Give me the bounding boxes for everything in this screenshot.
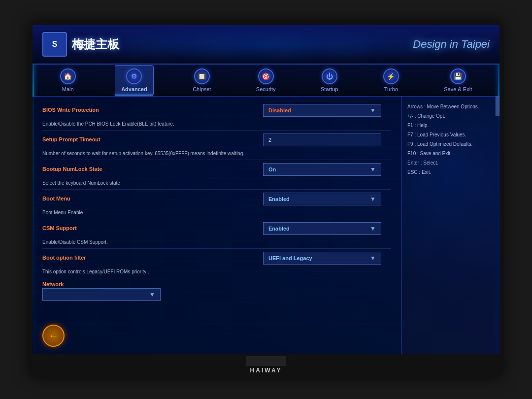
label-col-bios-write: BIOS Write Protection bbox=[42, 107, 263, 114]
bootup-numlock-label: Bootup NumLock State bbox=[42, 166, 263, 172]
setting-bios-write-protection: BIOS Write Protection Disabled ▼ Enable/… bbox=[42, 104, 391, 127]
divider-6 bbox=[42, 278, 391, 278]
boot-option-filter-desc: This option controls Legacy/UEFI ROMs pr… bbox=[42, 268, 391, 275]
boot-menu-arrow: ▼ bbox=[370, 196, 376, 202]
tab-advanced-icon: ⚙ bbox=[126, 68, 142, 84]
control-row-csm: CSM Support Enabled ▼ bbox=[42, 222, 391, 235]
network-arrow: ▼ bbox=[149, 291, 155, 298]
value-col-setup-prompt: 2 bbox=[263, 133, 391, 146]
tab-turbo-label: Turbo bbox=[384, 86, 398, 92]
setting-network: Network ▼ bbox=[42, 281, 391, 301]
csm-support-dropdown[interactable]: Enabled ▼ bbox=[263, 222, 381, 235]
bios-header: S 梅捷主板 Design in Taipei bbox=[33, 25, 499, 65]
bios-write-protection-arrow: ▼ bbox=[370, 107, 376, 114]
csm-support-label: CSM Support bbox=[42, 225, 263, 231]
setup-prompt-timeout-label: Setup Prompt Timeout bbox=[42, 136, 263, 142]
scrollbar-thumb[interactable] bbox=[496, 97, 499, 116]
setting-bootup-numlock: Bootup NumLock State On ▼ Select the key… bbox=[42, 163, 391, 186]
value-col-csm: Enabled ▼ bbox=[263, 222, 391, 235]
setting-csm-support: CSM Support Enabled ▼ Enable/Disable CSM… bbox=[42, 222, 391, 245]
tab-chipset[interactable]: 🔲 Chipset bbox=[187, 66, 217, 95]
bootup-numlock-dropdown[interactable]: On ▼ bbox=[263, 163, 381, 176]
bootup-numlock-value: On bbox=[268, 166, 276, 172]
brand-name: 梅捷主板 bbox=[72, 36, 119, 52]
value-col-boot-menu: Enabled ▼ bbox=[263, 193, 391, 205]
tab-security-icon: 🎯 bbox=[258, 68, 274, 84]
setting-boot-option-filter: Boot option filter UEFI and Legacy ▼ Thi… bbox=[42, 252, 391, 275]
bios-write-protection-dropdown[interactable]: Disabled ▼ bbox=[263, 104, 381, 117]
setup-prompt-timeout-desc: Number of seconds to wait for setup acti… bbox=[42, 150, 391, 157]
control-row-setup-prompt: Setup Prompt Timeout 2 bbox=[42, 133, 391, 146]
csm-support-value: Enabled bbox=[268, 226, 290, 232]
label-col-numlock: Bootup NumLock State bbox=[42, 166, 263, 173]
tab-security[interactable]: 🎯 Security bbox=[250, 66, 282, 95]
bios-screen: S 梅捷主板 Design in Taipei 🏠 Main ⚙ Advance… bbox=[33, 25, 499, 354]
tab-main-label: Main bbox=[62, 86, 74, 92]
settings-panel: BIOS Write Protection Disabled ▼ Enable/… bbox=[33, 97, 401, 354]
control-row-numlock: Bootup NumLock State On ▼ bbox=[42, 163, 391, 176]
csm-support-desc: Enable/Disable CSM Support. bbox=[42, 239, 391, 245]
boot-option-filter-dropdown[interactable]: UEFI and Legacy ▼ bbox=[263, 252, 381, 265]
monitor-brand-label: HAIWAY bbox=[250, 367, 282, 374]
setup-prompt-timeout-value: 2 bbox=[268, 137, 271, 143]
bios-write-protection-desc: Enable/Disable the PCH BIOS Lock Enable(… bbox=[42, 121, 391, 127]
control-row-bios-write: BIOS Write Protection Disabled ▼ bbox=[42, 104, 391, 117]
boot-menu-value: Enabled bbox=[268, 196, 290, 202]
label-col-csm: CSM Support bbox=[42, 225, 263, 232]
divider-4 bbox=[42, 219, 391, 219]
value-col-bios-write: Disabled ▼ bbox=[263, 104, 391, 117]
boot-menu-dropdown[interactable]: Enabled ▼ bbox=[263, 193, 381, 205]
boot-option-filter-label: Boot option filter bbox=[42, 255, 263, 261]
monitor: S 梅捷主板 Design in Taipei 🏠 Main ⚙ Advance… bbox=[30, 22, 502, 377]
csm-support-arrow: ▼ bbox=[370, 225, 376, 232]
tab-security-label: Security bbox=[256, 86, 276, 92]
divider-2 bbox=[42, 160, 391, 160]
bios-write-protection-value: Disabled bbox=[268, 107, 291, 113]
tab-chipset-icon: 🔲 bbox=[194, 68, 210, 84]
info-line-change: +/- : Change Opt. bbox=[407, 112, 494, 121]
info-line-arrows: Arrows : Move Between Options. bbox=[407, 102, 494, 111]
boot-option-filter-value: UEFI and Legacy bbox=[268, 255, 312, 261]
back-icon: ← bbox=[49, 330, 59, 341]
label-col-boot-filter: Boot option filter bbox=[42, 255, 263, 262]
info-line-esc: ESC : Exit. bbox=[407, 168, 494, 177]
info-line-f10: F10 : Save and Exit. bbox=[407, 149, 494, 158]
tab-main-icon: 🏠 bbox=[60, 68, 76, 84]
tab-startup-icon: ⏻ bbox=[322, 68, 337, 84]
setup-prompt-timeout-input[interactable]: 2 bbox=[263, 133, 381, 146]
setting-boot-menu: Boot Menu Enabled ▼ Boot Menu Enable bbox=[42, 193, 391, 216]
info-line-f9: F9 : Load Optimized Defaults. bbox=[407, 140, 494, 149]
value-col-numlock: On ▼ bbox=[263, 163, 391, 176]
network-dropdown[interactable]: ▼ bbox=[42, 288, 161, 301]
tab-advanced-label: Advanced bbox=[121, 86, 147, 92]
tab-save-exit[interactable]: 💾 Save & Exit bbox=[438, 66, 478, 95]
tab-startup[interactable]: ⏻ Startup bbox=[315, 66, 344, 95]
divider-1 bbox=[42, 130, 391, 131]
bootup-numlock-arrow: ▼ bbox=[370, 166, 376, 173]
tab-turbo[interactable]: ⚡ Turbo bbox=[377, 66, 405, 95]
bios-content: BIOS Write Protection Disabled ▼ Enable/… bbox=[33, 97, 499, 354]
boot-menu-desc: Boot Menu Enable bbox=[42, 209, 391, 216]
label-col-setup-prompt: Setup Prompt Timeout bbox=[42, 136, 263, 143]
value-col-boot-filter: UEFI and Legacy ▼ bbox=[263, 252, 391, 265]
tab-startup-label: Startup bbox=[321, 86, 338, 92]
control-row-boot-menu: Boot Menu Enabled ▼ bbox=[42, 193, 391, 205]
tab-advanced[interactable]: ⚙ Advanced bbox=[115, 65, 154, 96]
boot-option-filter-arrow: ▼ bbox=[370, 255, 376, 262]
label-col-boot-menu: Boot Menu bbox=[42, 196, 263, 202]
info-text-block: Arrows : Move Between Options. +/- : Cha… bbox=[407, 102, 494, 177]
control-row-boot-filter: Boot option filter UEFI and Legacy ▼ bbox=[42, 252, 391, 265]
info-line-f1: F1 : Help. bbox=[407, 121, 494, 130]
back-button[interactable]: ← bbox=[42, 325, 65, 347]
divider-5 bbox=[42, 248, 391, 249]
monitor-base bbox=[246, 356, 286, 366]
network-label: Network bbox=[42, 281, 391, 287]
soyo-logo-icon: S bbox=[42, 32, 67, 57]
bios-write-protection-label: BIOS Write Protection bbox=[42, 107, 263, 113]
monitor-screen: S 梅捷主板 Design in Taipei 🏠 Main ⚙ Advance… bbox=[33, 25, 499, 354]
boot-menu-label: Boot Menu bbox=[42, 196, 263, 201]
tab-main[interactable]: 🏠 Main bbox=[54, 66, 82, 95]
tab-save-exit-label: Save & Exit bbox=[444, 86, 472, 92]
bootup-numlock-desc: Select the keyboard NumLock state bbox=[42, 180, 391, 186]
scrollbar[interactable] bbox=[496, 97, 499, 354]
